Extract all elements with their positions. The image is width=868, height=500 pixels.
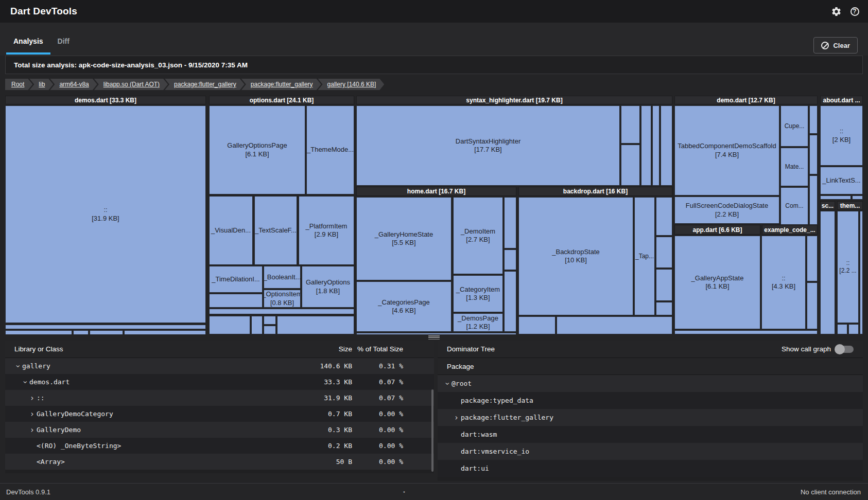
treemap-cell[interactable] [674, 330, 818, 334]
breadcrumb-item[interactable]: Root [5, 79, 32, 90]
treemap-cell[interactable] [809, 105, 818, 134]
treemap-cell[interactable]: GalleryOptions[1.8 KB] [302, 266, 354, 308]
column-library-or-class[interactable]: Library or Class [14, 345, 63, 353]
treemap-cell[interactable]: _Tap... [634, 197, 655, 315]
treemap-cell[interactable] [621, 145, 640, 186]
treemap-cell[interactable]: FullScreenCodeDialogState[2.2 KB] [674, 197, 779, 224]
treemap-cell[interactable] [209, 316, 250, 334]
treemap-cell[interactable]: _TimeDilationI... [209, 266, 263, 293]
column-size[interactable]: Size [339, 345, 352, 353]
settings-button[interactable] [827, 2, 845, 21]
treemap-cell[interactable]: ::[4.3 KB] [761, 236, 806, 329]
treemap-section-header[interactable]: sc... [820, 201, 835, 210]
table-row[interactable]: ›::31.9 KB0.07 % [5, 390, 434, 406]
treemap-cell[interactable] [807, 236, 818, 281]
treemap-cell[interactable] [656, 302, 672, 315]
treemap-section-header[interactable]: backdrop.dart [16 KB] [518, 187, 672, 196]
treemap-cell[interactable]: _TextScaleF... [254, 196, 297, 265]
treemap-cell[interactable]: DartSyntaxHighlighter[17.7 KB] [356, 105, 620, 186]
clear-button[interactable]: Clear [813, 37, 858, 53]
treemap-cell[interactable] [852, 195, 863, 200]
treemap-cell[interactable] [209, 294, 263, 308]
treemap-cell[interactable] [504, 271, 516, 332]
treemap-section-header[interactable]: app.dart [6.6 KB] [674, 225, 760, 235]
treemap-cell[interactable] [264, 326, 276, 334]
treemap-cell[interactable] [661, 105, 672, 186]
table-row[interactable]: ›gallery140.6 KB0.31 % [5, 358, 434, 374]
treemap-cell[interactable]: GalleryOptionsPage[6.1 KB] [209, 105, 305, 194]
treemap-cell[interactable]: ::[2 KB] [820, 105, 863, 166]
help-button[interactable]: ? [845, 2, 864, 21]
treemap-cell[interactable] [504, 197, 516, 248]
treemap-section-header[interactable]: example_code_... [762, 225, 818, 235]
show-call-graph-toggle[interactable] [836, 346, 854, 353]
scrollbar-thumb[interactable] [431, 389, 433, 472]
treemap-cell[interactable]: _LinkTextS... [820, 167, 863, 194]
tree-row[interactable]: ›package:typed_data [438, 392, 863, 409]
treemap-cell[interactable] [820, 195, 851, 200]
tree-row[interactable]: ›dart:ui [438, 460, 863, 477]
treemap-cell[interactable] [209, 309, 354, 314]
chevron-down-icon[interactable]: › [13, 363, 23, 369]
treemap-cell[interactable] [621, 105, 640, 144]
treemap-cell[interactable]: _BooleanIt... [264, 266, 301, 289]
chevron-right-icon[interactable]: › [453, 413, 460, 422]
tab-analysis[interactable]: Analysis [6, 23, 50, 55]
treemap-cell[interactable] [809, 175, 818, 225]
chevron-right-icon[interactable]: › [29, 394, 36, 403]
breadcrumb-item[interactable]: libapp.so (Dart AOT) [94, 79, 168, 90]
treemap-cell[interactable] [656, 237, 672, 268]
treemap-cell[interactable] [860, 211, 863, 334]
treemap-cell[interactable]: _PlatformItem[2.9 KB] [299, 196, 354, 265]
treemap-cell[interactable]: _GalleryAppState[6.1 KB] [674, 236, 760, 329]
treemap-section-header[interactable]: demos.dart [33.3 KB] [5, 96, 206, 104]
treemap-cell[interactable] [518, 316, 555, 334]
breadcrumb-item[interactable]: package:flutter_gallery [241, 79, 321, 90]
table-row[interactable]: ›GalleryDemo0.3 KB0.00 % [5, 422, 434, 438]
treemap-cell[interactable] [656, 197, 672, 236]
treemap-cell[interactable] [837, 324, 847, 334]
breadcrumb-item[interactable]: package:flutter_gallery [165, 79, 245, 90]
treemap-cell[interactable]: Cupe... [780, 105, 808, 147]
tab-diff[interactable]: Diff [50, 23, 77, 55]
breadcrumb-item[interactable]: lib [29, 79, 53, 90]
treemap-cell[interactable] [251, 316, 263, 334]
treemap-cell[interactable] [277, 316, 354, 334]
treemap-cell[interactable]: TabbedComponentDemoScaffold[7.4 KB] [674, 105, 779, 195]
treemap-cell[interactable]: _VisualDen... [209, 196, 253, 265]
chevron-right-icon[interactable]: › [29, 425, 36, 435]
chevron-down-icon[interactable]: › [443, 380, 452, 387]
treemap-section-header[interactable]: about.dart ... [820, 96, 863, 104]
table-row[interactable]: ›<(RO) _OneByteString>0.2 KB0.00 % [5, 438, 434, 454]
treemap-cell[interactable]: ::[31.9 KB] [5, 105, 206, 323]
table-row[interactable]: ›demos.dart33.3 KB0.07 % [5, 374, 434, 390]
treemap-cell[interactable]: Mate... [780, 148, 808, 186]
tree-row[interactable]: ›dart:wasm [438, 426, 863, 443]
treemap-cell[interactable] [5, 325, 206, 329]
horizontal-splitter[interactable] [0, 334, 868, 341]
treemap-cell[interactable] [807, 282, 818, 329]
treemap-cell[interactable] [504, 249, 516, 270]
tree-row[interactable]: ›dart:vmservice_io [438, 443, 863, 460]
treemap-cell[interactable] [820, 211, 835, 334]
table-row[interactable]: ›<Array>50 B0.00 % [5, 454, 434, 470]
treemap-cell[interactable] [656, 269, 672, 301]
treemap-section-header[interactable]: them... [837, 201, 863, 210]
treemap-cell[interactable] [641, 105, 651, 186]
breadcrumb-item[interactable]: gallery [140.6 KB] [318, 79, 385, 90]
treemap-cell[interactable]: _ThemeMode... [306, 105, 354, 194]
treemap-section-header[interactable]: demo.dart [12.7 KB] [674, 96, 818, 104]
breadcrumb-item[interactable]: arm64-v8a [50, 79, 97, 90]
column-package[interactable]: Package [447, 363, 474, 370]
chevron-down-icon[interactable]: › [21, 379, 30, 385]
treemap-cell[interactable]: _DemoItem[2.7 KB] [453, 197, 503, 274]
column-pct-total[interactable]: % of Total Size [357, 345, 403, 353]
table-row[interactable]: ›GalleryDemoCategory0.7 KB0.00 % [5, 406, 434, 422]
treemap-cell[interactable]: _OptionsItem[0.8 KB] [264, 290, 301, 308]
treemap-cell[interactable]: _DemosPage[1.2 KB] [453, 313, 503, 332]
treemap-cell[interactable]: _CategoriesPage[4.6 KB] [356, 281, 452, 332]
treemap-cell[interactable] [809, 135, 818, 174]
treemap-cell[interactable] [652, 105, 659, 186]
treemap-section-header[interactable]: options.dart [24.1 KB] [209, 96, 354, 104]
treemap-cell[interactable]: _BackdropState[10 KB] [518, 197, 633, 315]
